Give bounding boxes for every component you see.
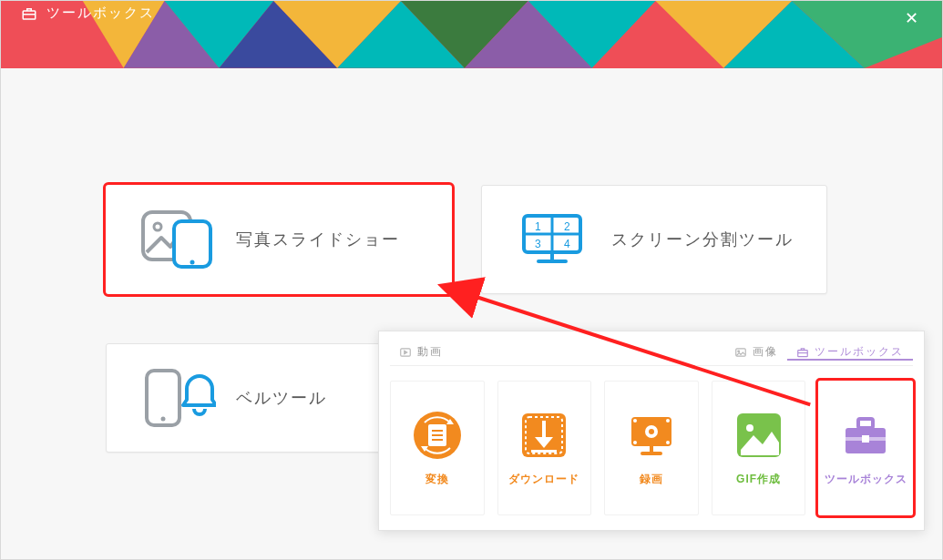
svg-rect-35 [432,434,443,436]
svg-rect-36 [432,439,443,441]
panel-tabs: 動画 画像 ツールボックス [390,339,913,366]
tile-record[interactable]: 録画 [604,381,699,515]
svg-text:1: 1 [535,220,541,233]
tile-download[interactable]: ダウンロード [497,381,592,515]
tab-image[interactable]: 画像 [725,344,787,360]
close-button[interactable]: ✕ [897,5,926,32]
slideshow-label: 写真スライドショー [236,229,400,250]
tile-gif-label: GIF作成 [736,472,781,487]
tile-convert[interactable]: 変換 [390,381,485,515]
app-window: ツールボックス ✕ 写真スライドショー 1 2 3 [0,0,943,560]
svg-text:4: 4 [564,238,570,250]
record-icon [626,410,677,461]
svg-point-49 [633,419,637,423]
tile-toolbox[interactable]: ツールボックス [818,381,913,515]
toolbox-icon [21,5,37,22]
screen-splitter-card[interactable]: 1 2 3 4 スクリーン分割ツール [481,185,827,294]
svg-rect-57 [858,419,873,428]
svg-rect-40 [542,421,546,439]
download-icon [518,410,569,461]
image-icon [734,346,747,359]
slideshow-photo-icon [139,207,216,272]
tab-toolbox-label: ツールボックス [815,344,904,360]
tile-download-label: ダウンロード [508,472,579,487]
svg-point-30 [738,350,740,351]
svg-text:2: 2 [564,220,570,233]
gif-icon [733,410,784,461]
svg-point-16 [190,260,195,265]
svg-rect-42 [531,450,557,453]
svg-point-52 [666,441,670,444]
slideshow-card[interactable]: 写真スライドショー [106,185,452,294]
svg-rect-58 [862,435,869,443]
body-area: 写真スライドショー 1 2 3 4 スクリーン分割ツール [1,68,942,559]
svg-text:3: 3 [535,238,541,250]
svg-point-27 [161,417,166,422]
toolbox-tab-icon [796,346,809,359]
tile-convert-label: 変換 [425,472,449,487]
secondary-panel: 動画 画像 ツールボックス [378,331,925,531]
tab-image-label: 画像 [753,344,778,360]
bell-phone-icon [139,365,216,431]
video-icon [399,346,412,359]
tile-toolbox-label: ツールボックス [825,472,907,487]
tab-video[interactable]: 動画 [390,344,452,360]
svg-point-54 [746,424,753,432]
svg-point-14 [154,223,161,230]
window-title: ツールボックス [46,5,155,22]
toolbox-tile-icon [840,410,891,461]
svg-rect-47 [650,446,653,452]
titlebar: ツールボックス ✕ [1,1,942,68]
svg-point-50 [666,419,670,423]
screen-splitter-label: スクリーン分割ツール [611,229,794,250]
svg-point-51 [633,441,637,444]
screen-split-icon: 1 2 3 4 [515,207,591,272]
tab-video-label: 動画 [417,344,443,360]
tab-toolbox[interactable]: ツールボックス [787,344,913,360]
tile-gif[interactable]: GIF作成 [712,381,806,515]
tile-record-label: 録画 [640,472,663,487]
bell-tool-label: ベルツール [236,387,327,409]
svg-point-46 [649,429,654,434]
svg-rect-48 [641,452,662,455]
convert-icon [412,410,463,461]
svg-rect-34 [432,430,443,432]
tiles-row: 変換 ダウンロード [390,381,913,515]
